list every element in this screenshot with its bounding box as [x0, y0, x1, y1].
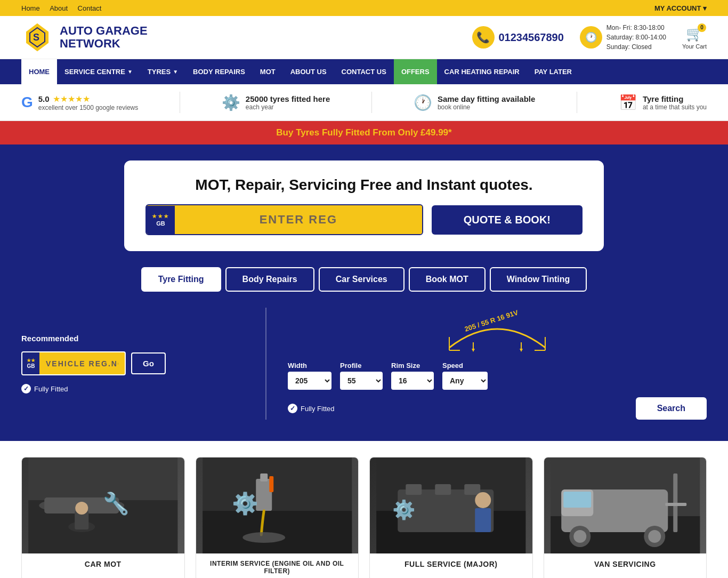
rim-label: Rim Size: [391, 362, 434, 370]
nav-home[interactable]: HOME: [21, 59, 57, 84]
tyres-sub: each year: [246, 103, 330, 111]
tyre-fitting: 📅 Tyre fitting at a time that suits you: [619, 94, 707, 111]
cart-label: Your Cart: [682, 43, 707, 50]
recommended-label: Recommended: [21, 334, 244, 343]
cart-block[interactable]: 🛒 0 Your Cart: [682, 26, 707, 50]
mot-label: CAR MOT: [22, 553, 184, 575]
phone-block: 📞 01234567890: [472, 26, 564, 49]
dropdown-arrow: ▼: [127, 69, 133, 75]
service-card-van[interactable]: VAN SERVICING: [544, 457, 707, 578]
tyre-finder: Recommended ★★ GB Go ✓ Fully Fitted 205 …: [0, 292, 728, 441]
speed-select[interactable]: AnyHVW: [442, 372, 488, 390]
nav-pay-later[interactable]: PAY LATER: [527, 59, 579, 84]
nav-tyres[interactable]: TYRES ▼: [140, 59, 185, 84]
width-select[interactable]: 185195205215225: [288, 372, 331, 390]
rim-selector-group: Rim Size 1415161718: [391, 362, 434, 390]
fully-fitted-label-left: Fully Fitted: [34, 385, 68, 393]
fully-fitted-right: ✓ Fully Fitted: [288, 404, 335, 413]
logo-line2: NETWORK: [60, 37, 148, 50]
check-icon-right: ✓: [288, 404, 297, 413]
divider-1: [180, 92, 180, 113]
divider-2: [371, 92, 372, 113]
rim-select[interactable]: 1415161718: [391, 372, 434, 390]
search-button[interactable]: Search: [636, 397, 707, 420]
nav-service-centre[interactable]: SERVICE CENTRE ▼: [57, 59, 140, 84]
tyre-diagram: 205 / 55 R 16 91V: [288, 308, 707, 353]
svg-rect-34: [475, 508, 491, 532]
logo-text: AUTO GARAGE NETWORK: [60, 25, 148, 50]
my-account-button[interactable]: MY ACCOUNT ▾: [654, 4, 707, 12]
hours-block: 🕐 Mon- Fri: 8:30-18:00 Saturday: 8:00-14…: [580, 23, 666, 52]
nav-offers[interactable]: OFFERS: [394, 59, 437, 84]
tyres-count: ⚙️ 25000 tyres fitted here each year: [222, 94, 330, 111]
van-illustration: [544, 457, 707, 553]
gb-text: GB: [156, 220, 165, 227]
same-day: 🕐 Same day fitting available book online: [414, 94, 535, 111]
service-card-full[interactable]: ⚙️ FULL SERVICE (MAJOR): [369, 457, 533, 578]
svg-marker-11: [520, 349, 523, 352]
header: S AUTO GARAGE NETWORK 📞 01234567890 🕐 Mo…: [0, 16, 728, 59]
tyre-icon: ⚙️: [222, 94, 240, 111]
nav-mot[interactable]: MOT: [253, 59, 283, 84]
full-service-image: ⚙️: [370, 457, 532, 553]
service-tabs: Tyre Fitting Body Repairs Car Services B…: [21, 267, 707, 292]
stars-icon: ★★★★★: [53, 94, 90, 104]
tyres-info: 25000 tyres fitted here each year: [246, 94, 330, 111]
promo-price: £49.99*: [420, 127, 452, 138]
reg-input-small[interactable]: [39, 354, 125, 373]
nav-contact[interactable]: CONTACT US: [334, 59, 394, 84]
tyre-selectors: Width 185195205215225 Profile 3540455055…: [288, 362, 707, 390]
nav-body-repairs[interactable]: BODY REPAIRS: [185, 59, 253, 84]
tab-body-repairs[interactable]: Body Repairs: [225, 267, 314, 292]
clock-icon: 🕐: [580, 26, 602, 49]
svg-text:⚙️: ⚙️: [232, 491, 258, 516]
tab-car-services[interactable]: Car Services: [319, 267, 405, 292]
tyre-right-bottom: ✓ Fully Fitted Search: [288, 397, 707, 420]
svg-point-42: [573, 530, 586, 543]
service-card-interim[interactable]: ⚙️ INTERIM SERVICE (ENGINE OIL AND OIL F…: [196, 457, 359, 578]
phone-icon: 📞: [472, 26, 495, 49]
svg-marker-9: [472, 349, 475, 352]
same-day-main: Same day fitting available: [438, 94, 535, 103]
tyre-fit-main: Tyre fitting: [643, 94, 707, 103]
top-bar: Home About Contact MY ACCOUNT ▾: [0, 0, 728, 16]
rating-score: 5.0: [38, 94, 50, 103]
tab-window-tinting[interactable]: Window Tinting: [490, 267, 587, 292]
full-service-label: FULL SERVICE (MAJOR): [370, 553, 532, 575]
promo-text: Buy Tyres Fully Fitted From Only: [276, 127, 420, 138]
speed-label: Speed: [442, 362, 488, 370]
cart-icon-wrap: 🛒 0: [686, 26, 703, 42]
svg-rect-46: [665, 503, 686, 506]
quote-book-button[interactable]: QUOTE & BOOK!: [432, 205, 583, 235]
header-contact: 📞 01234567890 🕐 Mon- Fri: 8:30-18:00 Sat…: [472, 23, 707, 52]
profile-select[interactable]: 354045505560: [340, 372, 383, 390]
logo-area[interactable]: S AUTO GARAGE NETWORK: [21, 21, 148, 53]
home-link[interactable]: Home: [21, 4, 40, 12]
gb-small: GB: [27, 363, 35, 369]
eu-stars-small: ★★: [27, 358, 35, 363]
contact-link[interactable]: Contact: [78, 4, 102, 12]
hours-text: Mon- Fri: 8:30-18:00 Saturday: 8:00-14:0…: [606, 23, 666, 52]
svg-point-44: [648, 530, 661, 543]
reg-input[interactable]: [175, 205, 422, 234]
logo-line1: AUTO GARAGE: [60, 25, 148, 37]
rating-info: 5.0 ★★★★★ excellent over 1500 google rev…: [38, 94, 138, 111]
nav-car-heating[interactable]: CAR HEATING REPAIR: [437, 59, 527, 84]
tab-book-mot[interactable]: Book MOT: [409, 267, 486, 292]
reg-row-small: ★★ GB Go: [21, 351, 244, 375]
go-button[interactable]: Go: [131, 352, 166, 374]
tab-tyre-fitting[interactable]: Tyre Fitting: [141, 267, 221, 292]
svg-rect-32: [464, 484, 480, 495]
fully-fitted-label-right: Fully Fitted: [301, 405, 335, 413]
service-card-mot[interactable]: 🔧 CAR MOT: [21, 457, 185, 578]
reg-input-wrap: ★★★ GB: [145, 204, 423, 235]
hero-section: MOT, Repair, Servicing Free and Instant …: [0, 144, 728, 292]
van-service-image: [544, 457, 707, 553]
nav-about[interactable]: ABOUT US: [283, 59, 334, 84]
about-link[interactable]: About: [50, 4, 68, 12]
logo-icon: S: [21, 21, 53, 53]
width-selector-group: Width 185195205215225: [288, 362, 331, 390]
eu-stars: ★★★: [152, 213, 169, 219]
profile-label: Profile: [340, 362, 383, 370]
svg-rect-21: [203, 511, 352, 553]
